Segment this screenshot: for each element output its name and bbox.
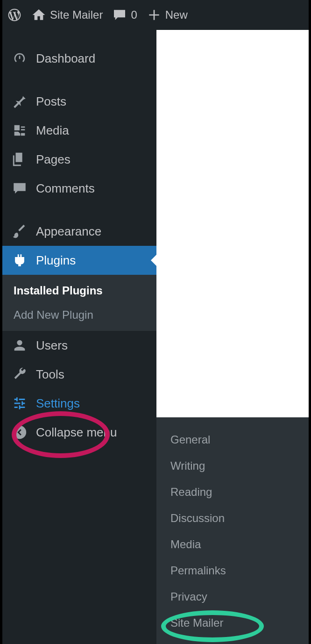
menu-label: Posts — [36, 94, 66, 109]
sidebar-item-appearance[interactable]: Appearance — [2, 217, 156, 246]
flyout-item-privacy[interactable]: Privacy — [156, 584, 309, 610]
wp-logo[interactable] — [7, 7, 22, 22]
flyout-item-site-mailer[interactable]: Site Mailer — [156, 610, 309, 636]
brush-icon — [12, 223, 28, 239]
sidebar-item-plugins[interactable]: Plugins — [2, 246, 156, 275]
comment-icon — [112, 7, 127, 22]
sidebar-item-dashboard[interactable]: Dashboard — [2, 44, 156, 73]
wordpress-icon — [7, 7, 22, 22]
plugin-icon — [12, 252, 28, 268]
plus-icon — [147, 7, 162, 22]
settings-flyout: General Writing Reading Discussion Media… — [156, 417, 309, 644]
new-label: New — [165, 8, 188, 21]
sidebar-item-posts[interactable]: Posts — [2, 87, 156, 116]
collapse-icon — [12, 424, 28, 440]
flyout-item-permalinks[interactable]: Permalinks — [156, 558, 309, 584]
wrench-icon — [12, 366, 28, 382]
menu-label: Plugins — [36, 253, 76, 268]
menu-label: Tools — [36, 367, 64, 382]
sidebar-item-tools[interactable]: Tools — [2, 360, 156, 389]
flyout-item-writing[interactable]: Writing — [156, 453, 309, 479]
media-icon — [12, 122, 28, 138]
sidebar-item-users[interactable]: Users — [2, 331, 156, 360]
new-content-link[interactable]: New — [147, 7, 188, 22]
comments-count: 0 — [131, 8, 137, 21]
plugins-submenu: Installed Plugins Add New Plugin — [2, 275, 156, 331]
dashboard-icon — [12, 50, 28, 66]
menu-label: Comments — [36, 181, 95, 196]
pages-icon — [12, 151, 28, 167]
sidebar-item-comments[interactable]: Comments — [2, 174, 156, 203]
admin-toolbar: Site Mailer 0 New — [2, 0, 309, 30]
comments-icon — [12, 180, 28, 196]
flyout-item-reading[interactable]: Reading — [156, 479, 309, 505]
sidebar-collapse-menu[interactable]: Collapse menu — [2, 418, 156, 447]
home-icon — [31, 7, 46, 22]
site-name-label: Site Mailer — [50, 8, 103, 21]
submenu-add-new-plugin[interactable]: Add New Plugin — [2, 303, 156, 327]
comments-link[interactable]: 0 — [112, 7, 137, 22]
user-icon — [12, 337, 28, 353]
menu-label: Dashboard — [36, 51, 95, 66]
sidebar-item-pages[interactable]: Pages — [2, 145, 156, 174]
menu-label: Pages — [36, 152, 71, 167]
menu-label: Appearance — [36, 224, 101, 239]
site-home-link[interactable]: Site Mailer — [31, 7, 103, 22]
admin-sidebar: Dashboard Posts Media Pages Comments App… — [2, 30, 156, 644]
sidebar-item-media[interactable]: Media — [2, 116, 156, 145]
menu-label: Users — [36, 338, 68, 353]
svg-point-0 — [13, 426, 26, 439]
menu-label: Media — [36, 123, 69, 138]
menu-label: Settings — [36, 396, 80, 411]
flyout-item-media[interactable]: Media — [156, 531, 309, 558]
menu-label: Collapse menu — [36, 425, 117, 440]
submenu-installed-plugins[interactable]: Installed Plugins — [2, 279, 156, 303]
flyout-item-general[interactable]: General — [156, 427, 309, 453]
sidebar-item-settings[interactable]: Settings — [2, 389, 156, 418]
sliders-icon — [12, 395, 28, 411]
pin-icon — [12, 93, 28, 109]
flyout-item-discussion[interactable]: Discussion — [156, 505, 309, 531]
